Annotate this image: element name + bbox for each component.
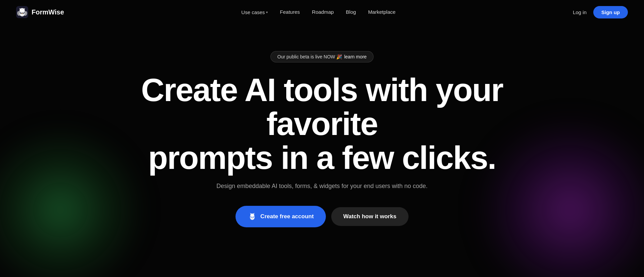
watch-how-button[interactable]: Watch how it works — [331, 207, 409, 226]
nav-item-features[interactable]: Features — [280, 9, 300, 15]
nav-item-use-cases[interactable]: Use cases ▾ — [241, 9, 268, 15]
nav-item-marketplace[interactable]: Marketplace — [368, 9, 396, 15]
owl-icon-button — [248, 212, 257, 221]
svg-point-11 — [19, 8, 25, 13]
login-button[interactable]: Log in — [573, 9, 587, 15]
chevron-down-icon: ▾ — [266, 10, 268, 14]
hero-headline: Create AI tools with your favorite promp… — [104, 73, 541, 175]
logo-link[interactable]: FormWise — [16, 6, 64, 18]
logo-text: FormWise — [32, 8, 64, 16]
beta-badge[interactable]: Our public beta is live NOW 🎉 learn more — [270, 51, 374, 62]
logo-owl-icon — [16, 6, 28, 18]
nav-item-blog[interactable]: Blog — [346, 9, 356, 15]
nav-links: Use cases ▾ Features Roadmap Blog Market… — [241, 9, 395, 15]
nav-actions: Log in Sign up — [573, 6, 628, 18]
learn-more-link[interactable]: learn more — [344, 54, 367, 59]
hero-buttons: Create free account Watch how it works — [235, 206, 409, 227]
create-account-button[interactable]: Create free account — [235, 206, 326, 227]
hero-section: Our public beta is live NOW 🎉 learn more… — [0, 51, 644, 227]
beta-badge-text: Our public beta is live NOW 🎉 — [277, 54, 342, 59]
nav-item-roadmap[interactable]: Roadmap — [312, 9, 334, 15]
navbar: FormWise Use cases ▾ Features Roadmap Bl… — [0, 0, 644, 24]
signup-button[interactable]: Sign up — [593, 6, 628, 18]
hero-subheadline: Design embeddable AI tools, forms, & wid… — [216, 183, 427, 190]
